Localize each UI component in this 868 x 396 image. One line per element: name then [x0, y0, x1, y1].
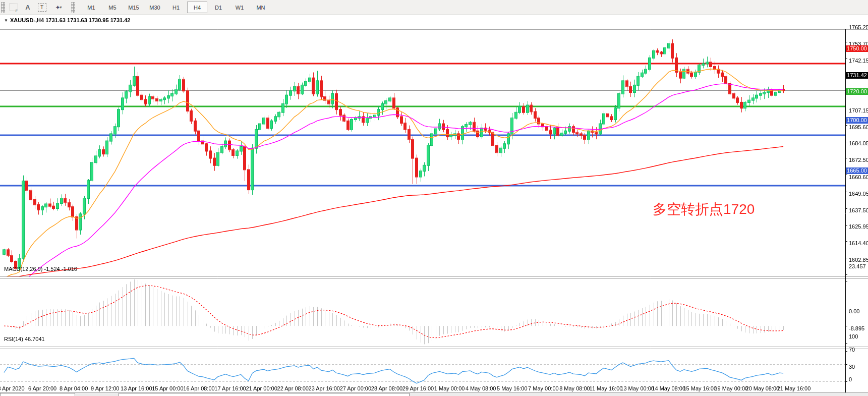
time-tick-label: 4 May 08:00	[466, 385, 496, 391]
time-tick-label: 8 May 08:00	[559, 385, 590, 391]
time-tick-label: 16 Apr 08:00	[183, 385, 214, 391]
timeframe-button-w1[interactable]: W1	[229, 2, 250, 13]
time-tick-label: 22 Apr 08:00	[277, 385, 309, 391]
rsi-axis-label: 100	[849, 333, 858, 340]
time-tick-label: 13 Apr 16:00	[121, 385, 152, 391]
time-tick-label: 23 Apr 16:00	[309, 385, 340, 391]
rsi-axis-label: 70	[849, 347, 855, 353]
time-tick-label: 13 May 00:00	[620, 385, 654, 391]
time-tick-label: 27 Apr 00:00	[340, 385, 371, 391]
time-tick-label: 19 May 00:00	[715, 385, 748, 391]
dock-box-right	[119, 393, 410, 396]
macd-indicator-label: MACD(12,26,9) -1.524 -1.016	[4, 266, 77, 272]
time-tick-label: 15 May 16:00	[683, 385, 717, 391]
grid-icon: F	[10, 4, 18, 11]
timeframe-button-m15[interactable]: M15	[124, 2, 144, 13]
timeframe-button-h4[interactable]: H4	[187, 2, 207, 13]
price-level-badge: 1700.00	[846, 117, 868, 124]
time-tick-label: 28 Apr 08:00	[371, 385, 402, 391]
price-tick-label: 1625.95	[849, 223, 868, 230]
price-tick-label: 1649.05	[849, 191, 868, 197]
time-tick-label: 29 Apr 16:00	[402, 385, 434, 391]
price-tick-label: 1660.60	[849, 174, 868, 180]
macd-axis-label: 0.00	[849, 308, 859, 314]
time-tick-label: 17 Apr 16:00	[214, 385, 246, 391]
time-tick-label: 6 Apr 20:00	[28, 385, 56, 391]
time-tick-label: 5 May 16:00	[497, 385, 528, 391]
text-label-icon[interactable]: T	[36, 2, 48, 13]
macd-axis-label: 23.457	[849, 263, 866, 269]
price-level-badge: 1720.00	[846, 88, 868, 95]
time-tick-label: 3 Apr 2020	[0, 385, 25, 391]
time-tick-label: 14 May 08:00	[652, 385, 685, 391]
chart-annotation-text: 多空转折点1720	[653, 200, 755, 219]
timeframe-button-d1[interactable]: D1	[208, 2, 228, 13]
bottom-dock-strip	[0, 392, 868, 396]
symbol-dropdown-icon[interactable]: ▼	[4, 18, 8, 23]
price-tick-label: 1614.40	[849, 240, 868, 246]
timeframe-button-m30[interactable]: M30	[145, 2, 165, 13]
time-tick-label: 1 May 00:00	[434, 385, 465, 391]
price-tick-label: 1695.60	[849, 124, 868, 130]
chevron-down-icon: ▾	[60, 5, 62, 10]
price-tick-label: 1707.15	[849, 107, 868, 114]
time-tick-label: 9 Apr 12:00	[91, 385, 119, 391]
timeframe-button-mn[interactable]: MN	[251, 2, 271, 13]
symbol-ohlc-text: XAUUSD-,H4 1731.63 1731.63 1730.95 1731.…	[10, 17, 131, 23]
timeframe-group: M1M5M15M30H1H4D1W1MN	[81, 2, 271, 13]
price-tick-label: 1684.05	[849, 140, 868, 146]
rsi-axis-label: 0	[849, 376, 852, 382]
text-t-icon: T	[38, 3, 46, 12]
rsi-indicator-label: RSI(14) 46.7041	[4, 336, 45, 342]
price-tick-label: 1672.50	[849, 157, 868, 163]
symbol-title: ▼XAUUSD-,H4 1731.63 1731.63 1730.95 1731…	[4, 17, 130, 23]
time-tick-label: 21 May 16:00	[777, 385, 811, 391]
shapes-icon: ✦	[55, 4, 59, 11]
price-level-badge: 1665.00	[846, 167, 868, 174]
draw-shapes-icon[interactable]: ✦▾	[50, 2, 67, 13]
price-level-badge: 1731.42	[846, 72, 868, 79]
macd-axis-label: -8.895	[849, 325, 864, 331]
price-tick-label: 1765.25	[849, 24, 868, 30]
rsi-axis-label: 30	[849, 364, 855, 370]
time-tick-label: 7 May 00:00	[528, 385, 559, 391]
toolbar-grip-2[interactable]	[71, 2, 75, 13]
timeframe-button-m5[interactable]: M5	[102, 2, 123, 13]
font-icon[interactable]: A	[22, 2, 34, 13]
price-tick-label: 1602.85	[849, 257, 868, 263]
toolbar: F A T ✦▾ M1M5M15M30H1H4D1W1MN	[0, 0, 868, 15]
indicators-grid-icon[interactable]: F	[8, 2, 20, 13]
time-tick-label: 8 Apr 04:00	[60, 385, 88, 391]
time-tick-label: 20 May 08:00	[746, 385, 780, 391]
price-tick-label: 1742.15	[849, 58, 868, 64]
time-tick-label: 21 Apr 00:00	[246, 385, 277, 391]
timeframe-button-h1[interactable]: H1	[166, 2, 186, 13]
toolbar-grip[interactable]	[1, 2, 5, 13]
time-tick-label: 11 May 16:00	[590, 385, 623, 391]
price-tick-label: 1637.50	[849, 207, 868, 213]
price-level-badge: 1750.00	[846, 45, 868, 52]
timeframe-button-m1[interactable]: M1	[81, 2, 101, 13]
dock-box-left	[0, 393, 75, 396]
time-tick-label: 15 Apr 00:00	[152, 385, 183, 391]
